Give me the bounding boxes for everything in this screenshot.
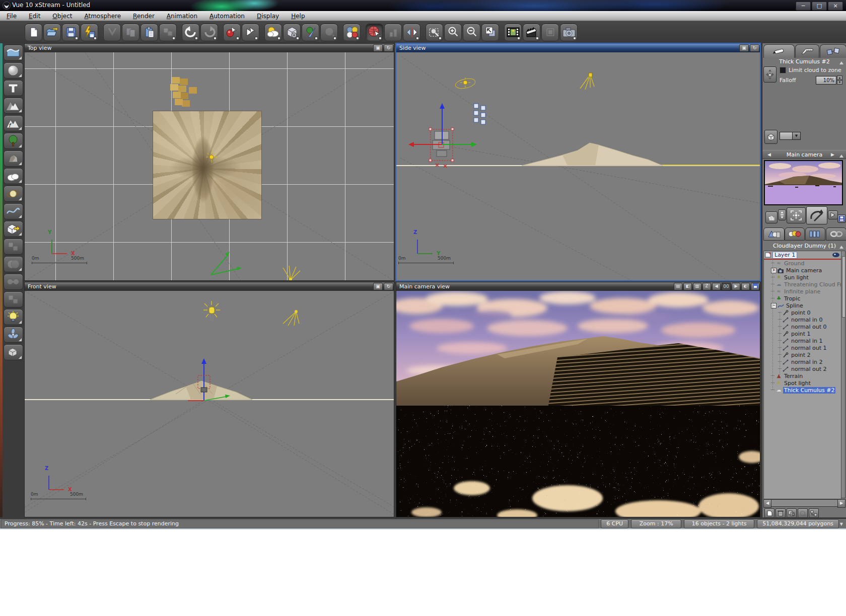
tree-item-tropic[interactable]: ♣Tropic xyxy=(764,295,841,302)
collapse-icon[interactable]: − xyxy=(771,303,777,309)
new-scene-icon[interactable] xyxy=(25,24,42,41)
menu-animation[interactable]: Animation xyxy=(167,13,197,20)
save-view-icon[interactable] xyxy=(751,283,759,290)
camera-direction-arrows[interactable] xyxy=(202,249,247,279)
tree-item-infinite-plane[interactable]: ≈Infinite plane xyxy=(764,288,841,295)
maximize-viewport-icon[interactable]: ▣ xyxy=(739,44,749,52)
material-editor-icon[interactable] xyxy=(343,24,361,41)
tab-links-aspect[interactable] xyxy=(820,44,846,58)
tab-materials[interactable] xyxy=(785,227,805,241)
spline-icon[interactable] xyxy=(4,203,23,219)
translation-gizmo[interactable] xyxy=(406,100,507,176)
tree-item-normal-out-1[interactable]: normal out 1 xyxy=(764,344,841,351)
object-settings-button[interactable] xyxy=(787,508,797,518)
fit-view-icon[interactable] xyxy=(481,24,499,41)
layer-display-icon[interactable]: ▥ xyxy=(693,283,701,290)
tree-item-thick-cumulus[interactable]: ☁Thick Cumulus #2 xyxy=(764,387,841,394)
center-view-button[interactable] xyxy=(787,207,806,223)
viewport-front-header[interactable]: Front view ▣ ↻ xyxy=(25,282,394,291)
preview-object-button[interactable] xyxy=(764,130,778,144)
menu-display[interactable]: Display xyxy=(257,13,279,20)
render-animation-icon[interactable] xyxy=(504,24,522,41)
menu-automation[interactable]: Automation xyxy=(209,13,245,20)
save-preview-button[interactable] xyxy=(837,214,846,223)
rock-icon[interactable] xyxy=(4,150,23,167)
text-object-icon[interactable] xyxy=(4,80,23,96)
viewport-camera-header[interactable]: Main camera view ▤ ◧ ▥ Z ◀ 00 ▶ ◐ xyxy=(396,282,760,291)
preview-mode-dropdown[interactable]: ▼ xyxy=(780,132,801,140)
title-bar[interactable]: Vue 10 xStream - Untitled − □ × xyxy=(0,0,846,11)
object-options-icon[interactable] xyxy=(283,24,301,41)
tree-item-point-1[interactable]: point 1 xyxy=(764,330,841,337)
dropdown-arrow-icon[interactable]: ▼ xyxy=(793,132,801,140)
collapse-arrow-icon[interactable] xyxy=(839,244,843,249)
cloud-icon[interactable] xyxy=(4,168,23,184)
procedural-terrain-icon[interactable]: f xyxy=(4,115,23,131)
minimize-button[interactable]: − xyxy=(796,2,811,11)
list-horizontal-scrollbar[interactable]: ◀ ▶ xyxy=(763,499,845,507)
tree-item-point-0[interactable]: point 0 xyxy=(764,309,841,316)
viewport-top[interactable]: Top view ▣ ↻ xyxy=(24,43,394,281)
zoom-rectangle-icon[interactable] xyxy=(426,24,443,41)
redo-icon[interactable] xyxy=(200,24,218,41)
menu-atmosphere[interactable]: Atmosphere xyxy=(84,13,121,20)
viewport-top-canvas[interactable]: Y X 0m 500m xyxy=(25,52,394,280)
open-scene-icon[interactable] xyxy=(43,24,61,41)
layer-name[interactable]: Layer 1 xyxy=(772,252,797,259)
animation-wizard-icon[interactable] xyxy=(523,24,540,41)
water-plane-icon[interactable] xyxy=(4,45,23,61)
tree-item-ground[interactable]: ≈Ground xyxy=(764,260,841,267)
camera-preview-thumbnail[interactable] xyxy=(764,160,843,205)
light-icon[interactable] xyxy=(4,309,23,325)
hierarchy-view-button[interactable] xyxy=(809,508,819,518)
delete-object-button[interactable] xyxy=(776,508,786,518)
menu-render[interactable]: Render xyxy=(133,13,155,20)
grid-overlay-icon[interactable]: ▤ xyxy=(674,283,682,290)
tree-item-normal-in-0[interactable]: normal in 0 xyxy=(764,316,841,323)
maximize-viewport-icon[interactable]: ▣ xyxy=(373,44,383,52)
building-blocks-preview[interactable] xyxy=(172,77,180,84)
terrain-top-preview[interactable] xyxy=(153,111,261,219)
dolly-view-button[interactable] xyxy=(778,209,786,220)
spot-light-gizmo[interactable] xyxy=(279,263,302,280)
layer-row[interactable]: Layer 1 xyxy=(764,251,841,260)
viewport-widget-cluster[interactable] xyxy=(473,103,491,128)
tree-item-normal-out-0[interactable]: normal out 0 xyxy=(764,323,841,330)
directional-light-gizmo[interactable] xyxy=(279,309,301,329)
material-paint-icon[interactable] xyxy=(302,24,319,41)
translation-gizmo[interactable] xyxy=(176,356,246,407)
polygons-indicator[interactable]: 51,084,329,044 polygons xyxy=(757,519,839,528)
play-preview-icon[interactable] xyxy=(242,24,259,41)
menu-help[interactable]: Help xyxy=(291,13,305,20)
render-stats-icon[interactable] xyxy=(384,24,402,41)
scroll-left-icon[interactable]: ◀ xyxy=(763,499,771,508)
sun-light-gizmo[interactable] xyxy=(454,75,476,92)
group-objects-icon[interactable] xyxy=(4,239,23,255)
maximize-button[interactable]: □ xyxy=(812,2,827,11)
import-object-icon[interactable] xyxy=(4,221,23,237)
save-scene-icon[interactable] xyxy=(62,24,80,41)
viewport-camera-canvas[interactable] xyxy=(396,291,760,517)
scroll-right-icon[interactable]: ▶ xyxy=(837,499,845,508)
previous-camera-icon[interactable]: ◀ xyxy=(767,152,771,157)
menu-object[interactable]: Object xyxy=(52,13,72,20)
list-vertical-scrollbar[interactable] xyxy=(841,251,845,498)
expand-icon[interactable]: + xyxy=(771,268,777,273)
cpu-indicator[interactable]: 6 CPU xyxy=(601,519,628,528)
spot-light-gizmo[interactable] xyxy=(202,300,222,325)
terrain-icon[interactable] xyxy=(4,98,23,114)
polygons-dropdown-icon[interactable]: ▼ xyxy=(840,522,843,526)
validate-icon[interactable] xyxy=(103,24,121,41)
render-display-icon[interactable]: ◧ xyxy=(683,283,692,290)
undo-icon[interactable] xyxy=(182,24,199,41)
render-area-icon[interactable] xyxy=(541,24,559,41)
metablob-icon[interactable] xyxy=(4,274,23,290)
tab-numerics-aspect[interactable] xyxy=(795,44,819,58)
next-frame-icon[interactable]: ▶ xyxy=(732,283,740,290)
rotate-view-button[interactable] xyxy=(806,206,827,224)
atmosphere-editor-icon[interactable] xyxy=(264,24,282,41)
sun-marker[interactable] xyxy=(205,150,218,164)
viewport-top-header[interactable]: Top view ▣ ↻ xyxy=(25,44,394,52)
ecosystem-wind-icon[interactable] xyxy=(4,327,23,343)
rotate-icon[interactable] xyxy=(320,24,338,41)
